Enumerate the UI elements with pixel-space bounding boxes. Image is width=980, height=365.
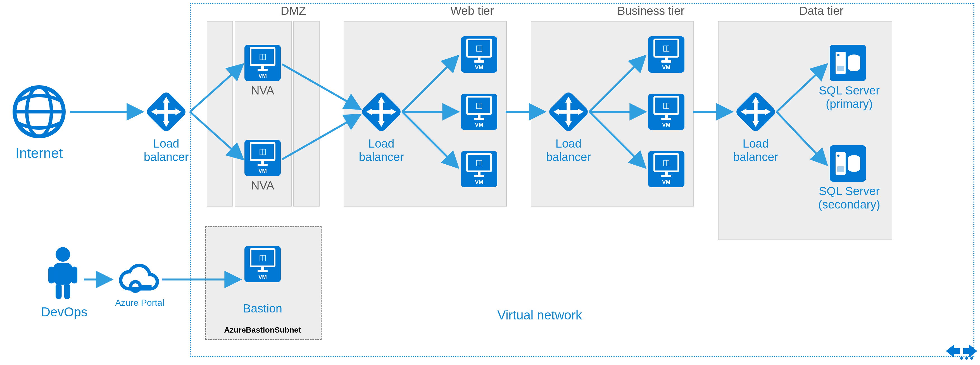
svg-rect-25 [64,284,70,299]
vm-tag: VM [258,168,267,174]
biz-vm-1: ◫VM [648,36,684,73]
nva-label-2: NVA [243,179,282,192]
svg-line-1 [190,64,243,112]
vm-tag: VM [475,121,483,128]
nva-vm-1: ◫ VM [245,45,281,81]
svg-line-4 [282,115,360,159]
vnet-peering-icon [945,340,978,362]
vm-tag: VM [258,274,267,281]
web-vm-1: ◫VM [461,36,497,73]
svg-line-3 [282,64,360,109]
svg-rect-21 [53,263,72,285]
lb-label-data: Load balancer [726,137,785,164]
svg-rect-23 [71,267,77,284]
svg-point-56 [960,357,963,360]
vm-tag: VM [662,64,670,71]
sql-secondary-label: SQL Server (secondary) [810,185,888,212]
lb-label-public: Load balancer [137,137,196,164]
bastion-label: Bastion [229,302,296,315]
vm-tag: VM [662,121,670,128]
vm-tag: VM [475,179,483,185]
bastion-vm: ◫VM [245,246,281,282]
biz-vm-3: ◫VM [648,151,684,187]
devops-label: DevOps [31,304,98,319]
nva-label-1: NVA [243,84,282,97]
load-balancer-web [360,91,402,133]
web-vm-2: ◫VM [461,94,497,130]
load-balancer-public [145,91,187,133]
svg-line-11 [589,112,645,168]
svg-line-9 [589,56,645,112]
svg-point-26 [131,282,140,291]
nva-vm-2: ◫ VM [245,140,281,176]
vm-tag: VM [258,73,267,79]
azure-portal-label: Azure Portal [112,298,168,308]
svg-line-7 [402,112,458,168]
lb-label-web: Load balancer [352,137,410,164]
svg-line-5 [402,56,458,112]
internet-icon [11,84,67,140]
vm-tag: VM [662,179,670,185]
internet-label: Internet [6,145,73,161]
web-vm-3: ◫VM [461,151,497,187]
load-balancer-data [735,91,776,133]
svg-line-2 [190,112,243,159]
azure-portal-icon [115,263,162,296]
sql-primary-icon [830,45,866,81]
vm-tag: VM [475,64,483,71]
load-balancer-business [547,91,589,133]
svg-rect-24 [56,284,62,299]
svg-point-57 [965,357,968,360]
sql-primary-label: SQL Server (primary) [813,84,886,111]
devops-icon [45,246,81,299]
sql-secondary-icon [830,145,866,182]
virtual-network-label: Virtual network [497,308,582,322]
svg-point-20 [56,247,70,261]
svg-point-58 [970,357,973,360]
lb-label-business: Load balancer [539,137,598,164]
svg-rect-22 [48,267,54,284]
biz-vm-2: ◫VM [648,94,684,130]
bastion-subnet-label: AzureBastionSubnet [223,325,302,335]
